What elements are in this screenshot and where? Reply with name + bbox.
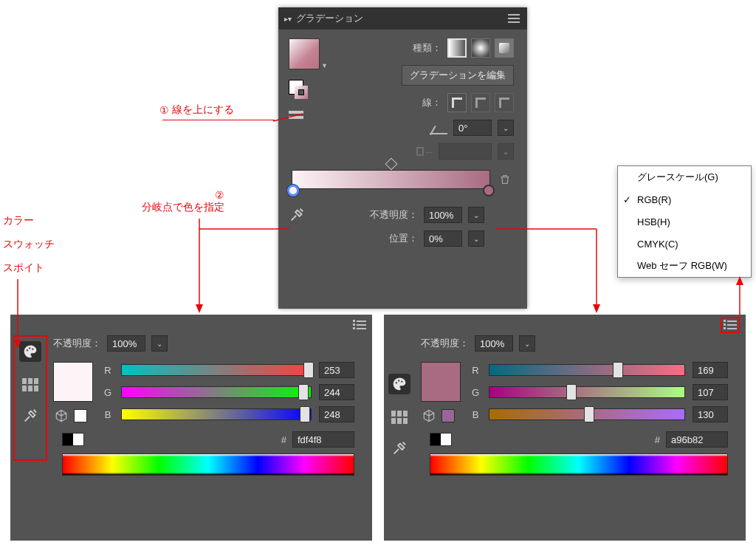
collapse-chevron-icon[interactable]: ▸▾ [284,15,292,23]
b-input[interactable]: 248 [319,406,354,422]
color-cube-icon[interactable] [55,409,68,422]
color-picker-eyedropper-icon[interactable] [391,440,408,456]
gradient-ramp[interactable] [292,170,490,189]
panel-options-icon[interactable] [721,317,740,333]
hex-label: # [655,434,660,445]
stroke-type-1[interactable] [447,93,467,112]
svg-point-3 [396,382,398,384]
opacity-input[interactable]: 100% [107,335,145,352]
angle-dropdown[interactable]: ⌄ [498,120,514,136]
opacity-input[interactable]: 100% [424,207,462,223]
angle-input[interactable]: 0° [453,120,492,136]
b-slider[interactable] [121,408,312,420]
g-label: G [102,387,114,398]
opacity-label: 不透明度： [421,337,469,350]
annotation-arrow [740,278,741,318]
g-slider[interactable] [121,386,312,398]
edit-gradient-button[interactable]: グラデーションを編集 [402,65,514,86]
websafe-swatch[interactable] [441,409,455,422]
gradient-preview-swatch[interactable] [289,38,320,69]
r-slider[interactable] [489,364,685,376]
opacity-dropdown[interactable]: ⌄ [151,335,168,352]
g-input[interactable]: 244 [319,384,354,400]
opacity-label: 不透明度： [370,208,418,222]
panel-options-icon[interactable] [353,320,366,330]
stroke-type-2[interactable] [471,93,490,112]
midpoint-diamond-icon[interactable] [385,158,397,171]
annotation-step1-leader [273,114,303,115]
gradient-swatch-dropdown-icon[interactable]: ▼ [321,62,328,69]
r-label: R [470,365,481,376]
color-cube-icon[interactable] [422,409,436,422]
annotation-connector [496,229,599,230]
opacity-label: 不透明度： [53,337,101,350]
type-linear-button[interactable] [447,38,467,58]
r-input[interactable]: 169 [693,362,728,378]
opacity-input[interactable]: 100% [475,335,513,352]
panel-menu-icon[interactable] [508,14,520,23]
websafe-swatch[interactable] [74,409,87,422]
position-input[interactable]: 0% [424,230,462,247]
svg-point-5 [401,380,403,383]
svg-point-0 [27,349,29,352]
position-dropdown[interactable]: ⌄ [468,230,484,247]
color-spectrum[interactable] [62,453,354,476]
stroke-swatch[interactable] [295,86,308,99]
gradient-panel-titlebar: ▸▾ グラデーション [278,7,527,30]
annotation-step1-underline [162,120,275,120]
b-label: B [102,409,114,420]
aspect-dropdown: ⌄ [498,143,514,160]
annotation-step1: ① 線を上にする [159,103,234,117]
current-color-swatch[interactable] [53,362,93,402]
color-palette-icon[interactable] [388,374,410,394]
color-panel-left: 不透明度： 100% ⌄ R [10,315,372,541]
g-label: G [470,387,481,398]
annotation-connector [199,219,295,233]
gradient-stop-left[interactable] [287,185,299,196]
gradient-panel-title: グラデーション [296,12,363,25]
color-spectrum[interactable] [430,453,728,476]
menu-item-rgb[interactable]: RGB(R) [618,188,751,210]
type-freeform-button[interactable] [495,38,514,58]
b-label: B [470,409,481,420]
svg-marker-8 [196,304,203,313]
angle-icon [430,121,447,134]
r-slider[interactable] [121,364,312,376]
current-color-swatch[interactable] [421,362,461,402]
svg-point-4 [398,380,400,382]
svg-marker-12 [593,304,600,313]
g-slider[interactable] [489,386,685,398]
b-input[interactable]: 130 [693,406,728,422]
hex-input[interactable]: a96b82 [666,431,728,448]
opacity-dropdown[interactable]: ⌄ [468,207,484,223]
hex-input[interactable]: fdf4f8 [292,431,354,448]
type-radial-button[interactable] [471,38,490,58]
color-mode-menu: グレースケール(G) RGB(R) HSB(H) CMYK(C) Web セーフ… [617,165,752,278]
annotation-arrow [18,279,19,350]
black-white-swatch[interactable] [62,433,84,446]
swatches-icon[interactable] [22,378,38,391]
color-picker-eyedropper-icon[interactable] [22,408,38,424]
color-panel-right: 不透明度： 100% ⌄ R [384,315,746,541]
opacity-dropdown[interactable]: ⌄ [519,335,535,352]
menu-item-websafe[interactable]: Web セーフ RGB(W) [618,255,751,277]
menu-item-hsb[interactable]: HSB(H) [618,210,751,233]
r-label: R [102,365,114,376]
menu-item-cmyk[interactable]: CMYK(C) [618,233,751,255]
black-white-swatch[interactable] [430,433,452,446]
b-slider[interactable] [489,408,685,420]
gradient-stop-right[interactable] [483,185,495,196]
hex-label: # [281,434,286,445]
aspect-input [439,143,492,160]
svg-point-1 [29,347,31,349]
fill-stroke-toggle[interactable] [289,80,308,99]
menu-item-grayscale[interactable]: グレースケール(G) [618,166,751,188]
color-palette-icon[interactable] [19,341,41,362]
delete-stop-icon[interactable] [499,173,511,186]
svg-point-2 [32,348,34,350]
aspect-ratio-icon [416,147,433,156]
stroke-type-3[interactable] [495,93,514,112]
g-input[interactable]: 107 [693,384,728,400]
swatches-icon[interactable] [391,411,408,424]
r-input[interactable]: 253 [319,362,354,378]
